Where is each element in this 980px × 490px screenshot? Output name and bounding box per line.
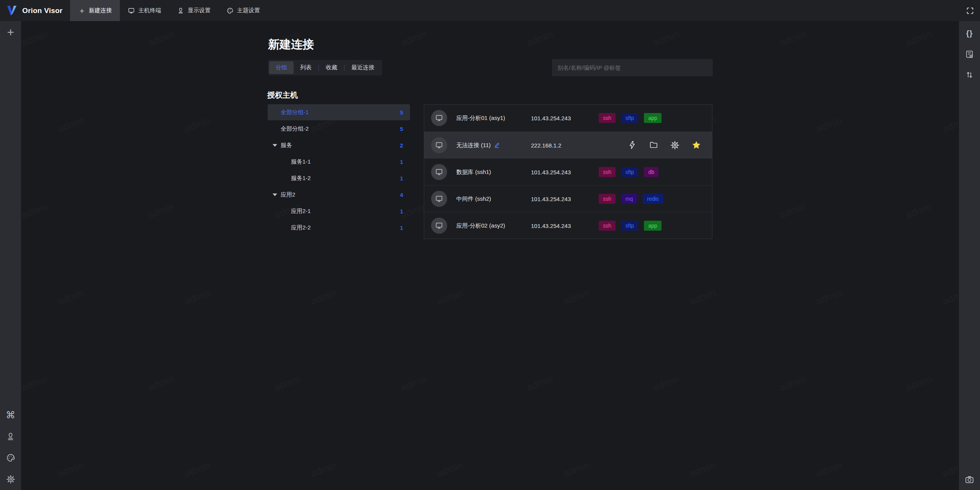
tag-ssh: ssh bbox=[599, 113, 616, 123]
divider bbox=[344, 65, 345, 71]
topbar: Orion Visor ＋ 新建连接 主机终端 显示设置 主题设置 bbox=[0, 0, 980, 21]
folder-icon[interactable] bbox=[648, 140, 658, 150]
add-icon[interactable]: ＋ bbox=[6, 27, 16, 37]
host-row[interactable]: 应用-分析02 (asy2) 101.43.254.243 ssh sftp a… bbox=[424, 212, 712, 239]
gear-icon[interactable] bbox=[6, 474, 16, 484]
tree-item[interactable]: 服务1-2 1 bbox=[268, 170, 410, 186]
tag-ssh: ssh bbox=[599, 193, 616, 203]
monitor-icon bbox=[128, 7, 135, 14]
host-count-badge: 1 bbox=[400, 225, 403, 231]
tab-group[interactable]: 分组 bbox=[269, 61, 294, 74]
tree-item[interactable]: 服务1-1 1 bbox=[268, 154, 410, 170]
host-actions bbox=[627, 140, 701, 150]
tree-item[interactable]: 服务 2 bbox=[268, 137, 410, 153]
stamp-icon[interactable] bbox=[6, 431, 16, 441]
right-sidebar: {} bbox=[959, 21, 980, 490]
search-input[interactable] bbox=[552, 59, 713, 76]
host-count-badge: 1 bbox=[400, 159, 403, 165]
host-tags: ssh sftp app bbox=[599, 113, 662, 123]
host-monitor-icon bbox=[431, 110, 447, 126]
pencil-icon[interactable] bbox=[494, 142, 500, 148]
host-name: 数据库 (ssh1) bbox=[456, 168, 491, 175]
host-tags: ssh sftp db bbox=[599, 167, 658, 177]
tab-theme-settings[interactable]: 主题设置 bbox=[219, 0, 268, 21]
host-row[interactable]: 中间件 (ssh2) 101.43.254.243 ssh mq redis bbox=[424, 185, 712, 212]
authorized-hosts-header: 授权主机 bbox=[267, 90, 298, 100]
tab-display-settings[interactable]: 显示设置 bbox=[169, 0, 219, 21]
tag-sftp: sftp bbox=[621, 113, 639, 123]
host-row[interactable]: 无法连接 (11) 222.168.1.2 bbox=[424, 131, 712, 158]
host-row[interactable]: 数据库 (ssh1) 101.43.254.243 ssh sftp db bbox=[424, 158, 712, 185]
tree-item[interactable]: 应用2 4 bbox=[268, 187, 410, 203]
orion-visor-logo-icon bbox=[6, 5, 18, 17]
tag-mq: mq bbox=[621, 193, 637, 203]
bolt-icon[interactable] bbox=[627, 140, 637, 150]
host-ip: 222.168.1.2 bbox=[531, 142, 561, 148]
group-tree: 全部分组-1 5 全部分组-2 5 服务 2 服务1-1 1 服务1-2 1 应… bbox=[268, 104, 410, 236]
palette-icon bbox=[227, 7, 234, 14]
command-icon[interactable]: ⌘ bbox=[6, 410, 16, 420]
chevron-down-icon[interactable] bbox=[273, 144, 277, 147]
host-tags: ssh sftp app bbox=[599, 220, 662, 230]
host-ip: 101.43.254.243 bbox=[531, 195, 571, 202]
tag-sftp: sftp bbox=[621, 220, 639, 230]
host-count-badge: 5 bbox=[400, 126, 403, 132]
tag-sftp: sftp bbox=[621, 167, 639, 177]
host-count-badge: 4 bbox=[400, 192, 403, 198]
host-monitor-icon bbox=[431, 137, 447, 153]
tab-favorites[interactable]: 收藏 bbox=[319, 61, 344, 74]
host-row[interactable]: 应用-分析01 (asy1) 101.43.254.243 ssh sftp a… bbox=[424, 105, 712, 131]
host-monitor-icon bbox=[431, 218, 447, 234]
braces-icon[interactable]: {} bbox=[965, 28, 975, 38]
host-monitor-icon bbox=[431, 164, 447, 180]
plus-icon: ＋ bbox=[78, 7, 85, 14]
host-count-badge: 1 bbox=[400, 208, 403, 215]
camera-icon[interactable] bbox=[965, 474, 975, 484]
stamp-icon bbox=[177, 7, 184, 14]
host-name: 应用-分析02 (asy2) bbox=[456, 222, 505, 229]
host-count-badge: 2 bbox=[400, 142, 403, 149]
tree-item[interactable]: 全部分组-2 5 bbox=[268, 121, 410, 137]
host-monitor-icon bbox=[431, 191, 447, 207]
page-title: 新建连接 bbox=[268, 37, 314, 52]
tab-host-terminal[interactable]: 主机终端 bbox=[120, 0, 169, 21]
host-name: 应用-分析01 (asy1) bbox=[456, 115, 505, 122]
host-name: 中间件 (ssh2) bbox=[456, 195, 491, 202]
host-name: 无法连接 (11) bbox=[456, 141, 500, 149]
host-list: 应用-分析01 (asy1) 101.43.254.243 ssh sftp a… bbox=[424, 104, 712, 239]
app-logo: Orion Visor bbox=[0, 0, 70, 21]
tag-ssh: ssh bbox=[599, 220, 616, 230]
host-count-badge: 5 bbox=[400, 109, 403, 116]
tab-list[interactable]: 列表 bbox=[294, 61, 318, 74]
host-tags: ssh mq redis bbox=[599, 193, 663, 203]
tree-item[interactable]: 应用2-1 1 bbox=[268, 203, 410, 219]
tag-redis: redis bbox=[643, 193, 663, 203]
star-icon[interactable] bbox=[691, 140, 701, 150]
tag-db: db bbox=[644, 167, 658, 177]
tag-app: app bbox=[644, 220, 661, 230]
host-ip: 101.43.254.243 bbox=[531, 222, 571, 229]
host-count-badge: 1 bbox=[400, 175, 403, 182]
tag-app: app bbox=[644, 113, 661, 123]
chevron-down-icon[interactable] bbox=[273, 193, 277, 196]
host-ip: 101.43.254.243 bbox=[531, 115, 571, 121]
sort-arrows-icon[interactable] bbox=[965, 70, 975, 80]
tab-new-connection[interactable]: ＋ 新建连接 bbox=[70, 0, 120, 21]
tree-item[interactable]: 全部分组-1 5 bbox=[268, 104, 410, 120]
gear-icon[interactable] bbox=[670, 140, 680, 150]
doc-bookmark-icon[interactable] bbox=[965, 49, 975, 59]
left-sidebar: ＋ ⌘ bbox=[0, 21, 21, 490]
view-mode-tabs: 分组 列表 收藏 最近连接 bbox=[268, 60, 382, 75]
host-ip: 101.43.254.243 bbox=[531, 169, 571, 175]
main-content: 新建连接 分组 列表 收藏 最近连接 授权主机 全部分组-1 5 全部分组-2 … bbox=[21, 21, 959, 490]
tree-item[interactable]: 应用2-2 1 bbox=[268, 220, 410, 236]
palette-icon[interactable] bbox=[6, 453, 16, 463]
tag-ssh: ssh bbox=[599, 167, 616, 177]
divider bbox=[318, 65, 319, 71]
tab-recent-connections[interactable]: 最近连接 bbox=[345, 61, 381, 74]
app-title: Orion Visor bbox=[22, 7, 62, 15]
fullscreen-icon[interactable] bbox=[965, 6, 975, 16]
